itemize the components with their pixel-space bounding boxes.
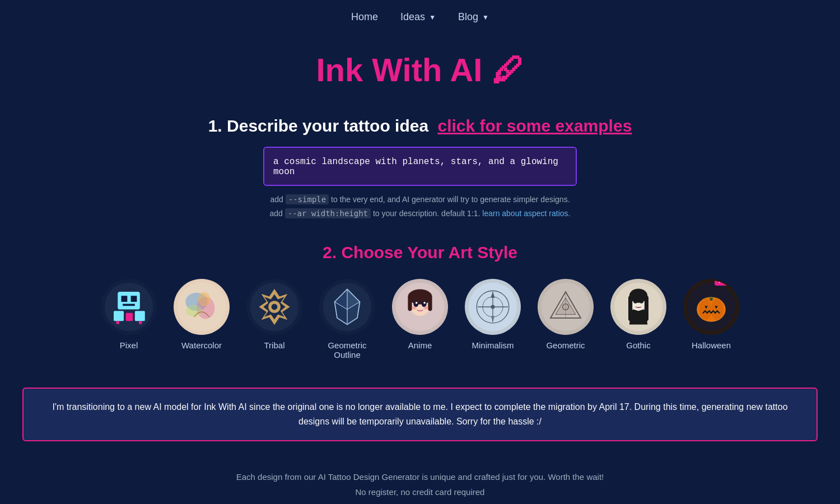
style-label-minimalism: Minimalism xyxy=(472,340,514,350)
step1-heading: 1. Describe your tattoo idea click for s… xyxy=(11,116,829,136)
geometric-outline-icon xyxy=(322,282,372,332)
svg-point-59 xyxy=(711,298,724,321)
style-label-pixel: Pixel xyxy=(120,340,138,350)
svg-rect-8 xyxy=(116,321,119,324)
hero-section: Ink With AI 🖊 xyxy=(0,29,840,111)
style-circle-watercolor xyxy=(174,279,230,335)
hint2-code: --ar width:height xyxy=(285,208,371,218)
nav-blog-label: Blog xyxy=(458,11,478,23)
svg-point-31 xyxy=(416,302,418,304)
step1-examples-link[interactable]: click for some examples xyxy=(437,116,632,135)
svg-point-34 xyxy=(423,306,428,309)
anime-icon xyxy=(395,282,445,332)
style-label-gothic: Gothic xyxy=(626,340,650,350)
style-circle-anime xyxy=(392,279,448,335)
svg-rect-4 xyxy=(123,304,135,306)
announcement-text: I'm transitioning to a new AI model for … xyxy=(52,402,787,426)
announcement-banner: I'm transitioning to a new AI model for … xyxy=(22,388,818,441)
svg-point-29 xyxy=(413,301,418,307)
style-tribal[interactable]: Tribal xyxy=(244,279,305,350)
svg-point-17 xyxy=(272,304,278,310)
style-label-geometric-outline: GeometricOutline xyxy=(328,340,366,360)
step2-section: 2. Choose Your Art Style xyxy=(0,226,840,371)
style-anime[interactable]: Anime xyxy=(389,279,451,350)
style-label-geometric: Geometric xyxy=(546,340,585,350)
style-label-watercolor: Watercolor xyxy=(181,340,222,350)
style-geometric-outline[interactable]: GeometricOutline xyxy=(316,279,378,360)
style-label-anime: Anime xyxy=(408,340,432,350)
nav-ideas-label: Ideas xyxy=(400,11,425,23)
svg-rect-27 xyxy=(408,296,412,311)
hint1-prefix: add xyxy=(270,195,283,204)
style-circle-pixel xyxy=(101,279,157,335)
style-label-halloween: Halloween xyxy=(692,340,731,350)
svg-point-14 xyxy=(198,292,211,306)
svg-rect-28 xyxy=(428,296,432,311)
style-circle-gothic xyxy=(610,279,666,335)
navigation: Home Ideas ▼ Blog ▼ xyxy=(0,0,840,29)
style-minimalism[interactable]: Minimalism xyxy=(462,279,524,350)
footer-line2: No register, no credit card required xyxy=(11,484,829,500)
style-circle-halloween: TRY ME xyxy=(683,279,739,335)
style-circle-minimalism xyxy=(465,279,521,335)
style-pixel[interactable]: Pixel xyxy=(98,279,160,350)
svg-point-54 xyxy=(633,298,637,304)
hint-text: add --simple to the very end, and AI gen… xyxy=(11,193,829,221)
geometric-icon xyxy=(540,282,591,332)
footer-line1: Each design from our AI Tattoo Design Ge… xyxy=(11,469,829,484)
svg-point-42 xyxy=(491,305,494,309)
hint1-suffix: to the very end, and AI generator will t… xyxy=(331,195,570,204)
style-circle-tribal xyxy=(246,279,302,335)
footer-section: Each design from our AI Tattoo Design Ge… xyxy=(0,458,840,504)
nav-blog-dropdown[interactable]: Blog ▼ xyxy=(458,11,489,23)
nav-ideas-arrow: ▼ xyxy=(429,13,436,21)
tattoo-description-input[interactable]: a cosmic landscape with planets, stars, … xyxy=(263,147,577,186)
halloween-icon xyxy=(686,282,736,332)
svg-rect-5 xyxy=(114,311,124,321)
svg-point-32 xyxy=(423,302,426,304)
style-geometric[interactable]: Geometric xyxy=(535,279,596,350)
try-me-badge: TRY ME xyxy=(715,279,739,286)
svg-point-55 xyxy=(640,298,643,304)
styles-grid: Pixel Watercolor xyxy=(11,279,829,360)
step1-heading-prefix: 1. Describe your tattoo idea xyxy=(208,116,428,135)
svg-rect-6 xyxy=(126,313,133,321)
svg-point-30 xyxy=(422,301,427,307)
nav-blog-arrow: ▼ xyxy=(482,13,489,21)
svg-point-33 xyxy=(412,306,417,309)
svg-rect-2 xyxy=(122,296,128,302)
nav-home[interactable]: Home xyxy=(351,11,378,23)
svg-point-58 xyxy=(699,298,711,321)
style-gothic[interactable]: Gothic xyxy=(608,279,669,350)
hero-title: Ink With AI 🖊 xyxy=(11,51,829,88)
svg-point-13 xyxy=(186,305,202,318)
minimalism-icon xyxy=(468,282,518,332)
gothic-icon xyxy=(613,282,664,332)
watercolor-icon xyxy=(176,282,227,332)
aspect-ratio-link[interactable]: learn about aspect ratios xyxy=(482,209,568,218)
hint1-code: --simple xyxy=(286,194,329,204)
svg-rect-7 xyxy=(135,311,145,321)
tribal-icon xyxy=(249,282,300,332)
svg-rect-9 xyxy=(139,321,142,324)
step2-heading: 2. Choose Your Art Style xyxy=(11,243,829,262)
style-label-tribal: Tribal xyxy=(264,340,285,350)
step1-section: 1. Describe your tattoo idea click for s… xyxy=(0,111,840,226)
svg-rect-3 xyxy=(131,296,137,302)
hint2-prefix: add xyxy=(270,209,283,218)
hint2-suffix: to your description. default 1:1. xyxy=(373,209,480,218)
style-halloween[interactable]: TRY ME xyxy=(680,279,742,350)
style-watercolor[interactable]: Watercolor xyxy=(171,279,232,350)
style-circle-geometric xyxy=(538,279,594,335)
nav-ideas-dropdown[interactable]: Ideas ▼ xyxy=(400,11,436,23)
style-circle-geometric-outline xyxy=(319,279,375,335)
pixel-icon xyxy=(104,282,154,332)
